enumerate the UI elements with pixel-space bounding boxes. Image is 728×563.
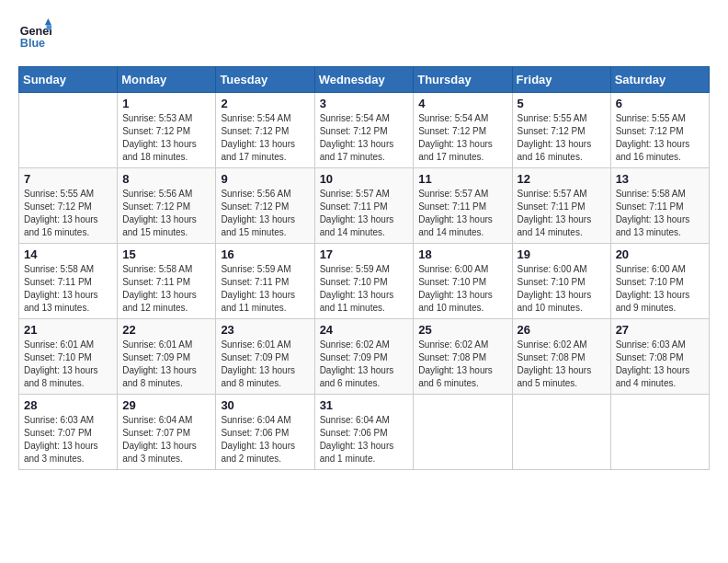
day-number: 20 — [616, 247, 704, 261]
day-info: Sunrise: 6:00 AMSunset: 7:10 PMDaylight:… — [418, 263, 506, 315]
day-info: Sunrise: 6:03 AMSunset: 7:07 PMDaylight:… — [24, 414, 112, 465]
day-info: Sunrise: 6:00 AMSunset: 7:10 PMDaylight:… — [518, 263, 606, 315]
day-info: Sunrise: 5:54 AMSunset: 7:12 PMDaylight:… — [221, 112, 309, 164]
day-number: 17 — [320, 247, 409, 261]
day-number: 13 — [616, 172, 704, 186]
day-info: Sunrise: 5:59 AMSunset: 7:11 PMDaylight:… — [221, 263, 309, 315]
weekday-header-wednesday: Wednesday — [314, 67, 414, 93]
day-number: 11 — [418, 172, 506, 186]
day-cell: 21Sunrise: 6:01 AMSunset: 7:10 PMDayligh… — [19, 319, 118, 395]
day-number: 3 — [320, 97, 409, 110]
week-row-5: 28Sunrise: 6:03 AMSunset: 7:07 PMDayligh… — [19, 395, 710, 470]
day-info: Sunrise: 5:53 AMSunset: 7:12 PMDaylight:… — [122, 112, 210, 164]
day-cell: 11Sunrise: 5:57 AMSunset: 7:11 PMDayligh… — [414, 168, 512, 244]
day-number: 15 — [122, 247, 210, 261]
svg-text:Blue: Blue — [20, 37, 45, 50]
day-cell — [414, 395, 512, 470]
day-info: Sunrise: 5:54 AMSunset: 7:12 PMDaylight:… — [320, 112, 409, 164]
day-cell: 19Sunrise: 6:00 AMSunset: 7:10 PMDayligh… — [512, 244, 610, 319]
day-cell: 8Sunrise: 5:56 AMSunset: 7:12 PMDaylight… — [118, 168, 216, 244]
day-cell: 10Sunrise: 5:57 AMSunset: 7:11 PMDayligh… — [314, 168, 414, 244]
day-cell: 28Sunrise: 6:03 AMSunset: 7:07 PMDayligh… — [19, 395, 118, 470]
day-number: 21 — [24, 323, 112, 337]
day-number: 30 — [221, 398, 309, 412]
day-number: 18 — [418, 247, 506, 261]
day-number: 27 — [616, 323, 704, 337]
day-number: 22 — [122, 323, 210, 337]
day-cell: 12Sunrise: 5:57 AMSunset: 7:11 PMDayligh… — [512, 168, 610, 244]
day-info: Sunrise: 5:59 AMSunset: 7:10 PMDaylight:… — [320, 263, 409, 315]
day-cell — [610, 395, 709, 470]
day-number: 1 — [122, 97, 210, 110]
weekday-header-thursday: Thursday — [414, 67, 512, 93]
day-cell: 23Sunrise: 6:01 AMSunset: 7:09 PMDayligh… — [216, 319, 314, 395]
day-info: Sunrise: 6:03 AMSunset: 7:08 PMDaylight:… — [616, 339, 704, 390]
day-cell — [19, 93, 118, 168]
day-info: Sunrise: 6:02 AMSunset: 7:09 PMDaylight:… — [320, 339, 409, 390]
day-info: Sunrise: 6:01 AMSunset: 7:09 PMDaylight:… — [122, 339, 210, 390]
day-info: Sunrise: 5:56 AMSunset: 7:12 PMDaylight:… — [122, 188, 210, 239]
day-info: Sunrise: 6:01 AMSunset: 7:09 PMDaylight:… — [221, 339, 309, 390]
weekday-header-friday: Friday — [512, 67, 610, 93]
day-info: Sunrise: 5:58 AMSunset: 7:11 PMDaylight:… — [122, 263, 210, 315]
week-row-4: 21Sunrise: 6:01 AMSunset: 7:10 PMDayligh… — [19, 319, 710, 395]
day-cell: 18Sunrise: 6:00 AMSunset: 7:10 PMDayligh… — [414, 244, 512, 319]
svg-marker-3 — [47, 25, 51, 29]
day-number: 12 — [518, 172, 606, 186]
day-number: 29 — [122, 398, 210, 412]
day-info: Sunrise: 6:04 AMSunset: 7:06 PMDaylight:… — [320, 414, 409, 465]
day-info: Sunrise: 6:04 AMSunset: 7:06 PMDaylight:… — [221, 414, 309, 465]
week-row-2: 7Sunrise: 5:55 AMSunset: 7:12 PMDaylight… — [19, 168, 710, 244]
day-cell: 26Sunrise: 6:02 AMSunset: 7:08 PMDayligh… — [512, 319, 610, 395]
day-cell: 24Sunrise: 6:02 AMSunset: 7:09 PMDayligh… — [314, 319, 414, 395]
day-info: Sunrise: 6:01 AMSunset: 7:10 PMDaylight:… — [24, 339, 112, 390]
day-number: 6 — [616, 97, 704, 110]
day-number: 5 — [518, 97, 606, 110]
svg-marker-2 — [45, 18, 51, 25]
day-number: 14 — [24, 247, 112, 261]
day-number: 16 — [221, 247, 309, 261]
day-number: 10 — [320, 172, 409, 186]
weekday-header-row: SundayMondayTuesdayWednesdayThursdayFrid… — [19, 67, 710, 93]
day-info: Sunrise: 5:58 AMSunset: 7:11 PMDaylight:… — [616, 188, 704, 239]
day-info: Sunrise: 5:55 AMSunset: 7:12 PMDaylight:… — [24, 188, 112, 239]
day-cell: 6Sunrise: 5:55 AMSunset: 7:12 PMDaylight… — [610, 93, 709, 168]
day-info: Sunrise: 6:02 AMSunset: 7:08 PMDaylight:… — [418, 339, 506, 390]
day-number: 4 — [418, 97, 506, 110]
day-cell: 17Sunrise: 5:59 AMSunset: 7:10 PMDayligh… — [314, 244, 414, 319]
day-info: Sunrise: 5:57 AMSunset: 7:11 PMDaylight:… — [518, 188, 606, 239]
day-number: 23 — [221, 323, 309, 337]
day-number: 31 — [320, 398, 409, 412]
day-cell: 1Sunrise: 5:53 AMSunset: 7:12 PMDaylight… — [118, 93, 216, 168]
weekday-header-tuesday: Tuesday — [216, 67, 314, 93]
header: General Blue — [18, 18, 710, 52]
weekday-header-monday: Monday — [118, 67, 216, 93]
day-info: Sunrise: 5:57 AMSunset: 7:11 PMDaylight:… — [418, 188, 506, 239]
day-info: Sunrise: 5:56 AMSunset: 7:12 PMDaylight:… — [221, 188, 309, 239]
weekday-header-saturday: Saturday — [610, 67, 709, 93]
day-info: Sunrise: 6:04 AMSunset: 7:07 PMDaylight:… — [122, 414, 210, 465]
week-row-3: 14Sunrise: 5:58 AMSunset: 7:11 PMDayligh… — [19, 244, 710, 319]
day-cell: 30Sunrise: 6:04 AMSunset: 7:06 PMDayligh… — [216, 395, 314, 470]
day-cell: 7Sunrise: 5:55 AMSunset: 7:12 PMDaylight… — [19, 168, 118, 244]
day-cell: 31Sunrise: 6:04 AMSunset: 7:06 PMDayligh… — [314, 395, 414, 470]
day-cell: 3Sunrise: 5:54 AMSunset: 7:12 PMDaylight… — [314, 93, 414, 168]
day-number: 7 — [24, 172, 112, 186]
day-info: Sunrise: 5:57 AMSunset: 7:11 PMDaylight:… — [320, 188, 409, 239]
day-cell: 13Sunrise: 5:58 AMSunset: 7:11 PMDayligh… — [610, 168, 709, 244]
day-number: 24 — [320, 323, 409, 337]
logo: General Blue — [18, 18, 51, 52]
day-cell — [512, 395, 610, 470]
day-cell: 16Sunrise: 5:59 AMSunset: 7:11 PMDayligh… — [216, 244, 314, 319]
day-cell: 4Sunrise: 5:54 AMSunset: 7:12 PMDaylight… — [414, 93, 512, 168]
calendar: SundayMondayTuesdayWednesdayThursdayFrid… — [18, 66, 710, 470]
day-cell: 29Sunrise: 6:04 AMSunset: 7:07 PMDayligh… — [118, 395, 216, 470]
day-cell: 5Sunrise: 5:55 AMSunset: 7:12 PMDaylight… — [512, 93, 610, 168]
day-cell: 25Sunrise: 6:02 AMSunset: 7:08 PMDayligh… — [414, 319, 512, 395]
day-info: Sunrise: 5:58 AMSunset: 7:11 PMDaylight:… — [24, 263, 112, 315]
day-number: 2 — [221, 97, 309, 110]
day-number: 9 — [221, 172, 309, 186]
day-info: Sunrise: 6:02 AMSunset: 7:08 PMDaylight:… — [518, 339, 606, 390]
day-number: 26 — [518, 323, 606, 337]
day-cell: 22Sunrise: 6:01 AMSunset: 7:09 PMDayligh… — [118, 319, 216, 395]
